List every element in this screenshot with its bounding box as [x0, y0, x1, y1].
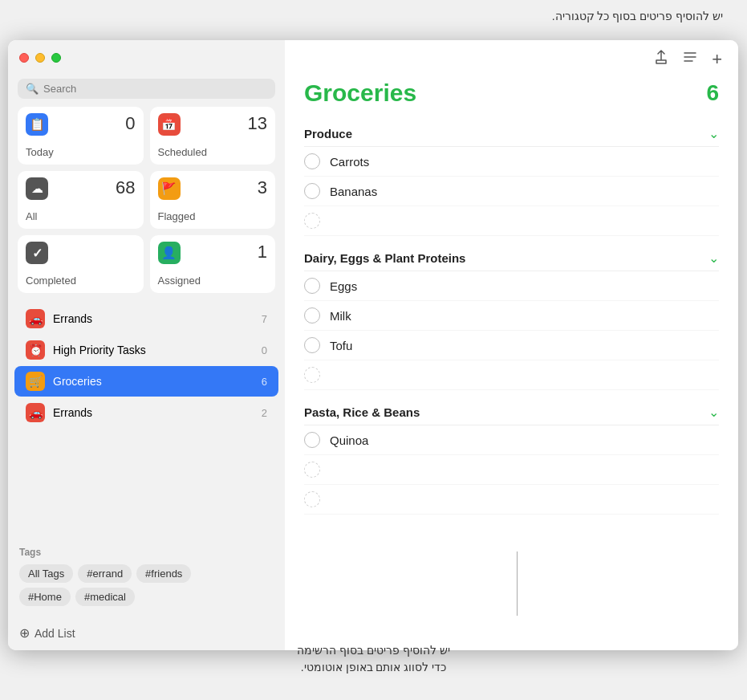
smart-card-completed[interactable]: ✓ Completed [18, 235, 144, 293]
tooltip-top: יש להוסיף פריטים בסוף כל קטגוריה. [552, 10, 723, 22]
list-title: Groceries [304, 79, 416, 107]
task-bananas-circle[interactable] [304, 183, 320, 199]
tooltip-bottom: יש להוסיף פריטים בסוף הרשימה כדי לסווג א… [297, 642, 450, 676]
titlebar [8, 40, 285, 75]
errands1-count: 7 [262, 313, 267, 325]
scheduled-count: 13 [248, 113, 267, 134]
task-eggs-circle[interactable] [304, 278, 320, 294]
tag-home[interactable]: #Home [19, 588, 71, 606]
list-title-row: Groceries 6 [304, 79, 719, 107]
search-bar[interactable]: 🔍 [18, 79, 275, 99]
main-toolbar: + [285, 40, 738, 73]
today-count: 0 [125, 113, 135, 134]
category-produce-name: Produce [304, 127, 352, 140]
smart-card-all[interactable]: ☁ 68 All [18, 171, 144, 229]
task-carrots-circle[interactable] [304, 153, 320, 169]
groceries-icon: 🛒 [26, 372, 45, 391]
tags-label: Tags [19, 547, 274, 558]
high-priority-name: High Priority Tasks [53, 344, 254, 356]
add-list-label: Add List [35, 627, 75, 640]
category-dairy: Dairy, Eggs & Plant Proteins ⌄ Eggs Milk… [304, 244, 719, 390]
dairy-chevron: ⌄ [708, 250, 719, 266]
tooltip-bottom-line1: יש להוסיף פריטים בסוף הרשימה [297, 642, 450, 659]
produce-chevron: ⌄ [708, 126, 719, 141]
list-options-button[interactable] [681, 48, 699, 70]
high-priority-icon: ⏰ [26, 340, 45, 360]
assigned-label: Assigned [158, 275, 268, 287]
main-body: Groceries 6 Produce ⌄ Carrots Bananas [285, 73, 738, 650]
smart-card-scheduled[interactable]: 📅 13 Scheduled [150, 107, 276, 165]
scroll-indicator-line [517, 551, 518, 616]
minimize-button[interactable] [35, 53, 45, 63]
category-dairy-header[interactable]: Dairy, Eggs & Plant Proteins ⌄ [304, 244, 719, 271]
flagged-count: 3 [258, 177, 267, 198]
task-bananas: Bananas [304, 177, 719, 206]
task-tofu-name: Tofu [330, 339, 352, 352]
task-produce-empty [304, 206, 719, 236]
tags-section: Tags All Tags #errand #friends #Home #me… [8, 540, 285, 619]
task-carrots: Carrots [304, 147, 719, 177]
errands1-name: Errands [53, 312, 254, 325]
tooltip-bottom-line2: כדי לסווג אותם באופן אוטומטי. [297, 659, 450, 676]
tag-all-tags[interactable]: All Tags [19, 564, 73, 583]
app-window: 🔍 📋 0 Today 📅 13 Scheduled [8, 40, 738, 650]
task-tofu: Tofu [304, 331, 719, 360]
category-produce-header[interactable]: Produce ⌄ [304, 120, 719, 147]
lists-section: 🚗 Errands 7 ⏰ High Priority Tasks 0 🛒 Gr… [8, 299, 285, 540]
category-pasta-name: Pasta, Rice & Beans [304, 405, 420, 419]
add-list-button[interactable]: ⊕ Add List [8, 619, 285, 650]
sidebar-item-groceries[interactable]: 🛒 Groceries 6 [14, 366, 278, 397]
category-pasta-header[interactable]: Pasta, Rice & Beans ⌄ [304, 398, 719, 425]
task-produce-empty-circle[interactable] [304, 213, 320, 229]
task-pasta-empty1-circle[interactable] [304, 462, 320, 478]
close-button[interactable] [19, 53, 29, 63]
search-icon: 🔍 [26, 83, 39, 95]
errands2-count: 2 [262, 407, 267, 419]
assigned-icon: 👤 [158, 242, 181, 264]
category-pasta: Pasta, Rice & Beans ⌄ Quinoa [304, 398, 719, 515]
sidebar-item-errands2[interactable]: 🚗 Errands 2 [14, 397, 278, 428]
tag-medical[interactable]: #medical [75, 588, 135, 606]
pasta-chevron: ⌄ [708, 405, 719, 420]
flagged-icon: 🚩 [158, 177, 181, 200]
task-pasta-empty2-circle[interactable] [304, 491, 320, 507]
task-dairy-empty [304, 360, 719, 390]
share-button[interactable] [652, 48, 670, 70]
task-milk-circle[interactable] [304, 307, 320, 324]
task-milk: Milk [304, 301, 719, 331]
all-label: All [26, 210, 136, 222]
task-milk-name: Milk [330, 309, 351, 323]
task-carrots-name: Carrots [330, 155, 369, 169]
task-pasta-empty2 [304, 485, 719, 515]
tags-row-1: All Tags #errand #friends [19, 564, 274, 583]
all-icon: ☁ [26, 177, 48, 200]
sidebar-item-high-priority[interactable]: ⏰ High Priority Tasks 0 [14, 335, 278, 365]
groceries-count: 6 [262, 376, 267, 388]
search-input[interactable] [43, 83, 267, 95]
task-quinoa-circle[interactable] [304, 432, 320, 448]
main-content: + Groceries 6 Produce ⌄ Carrots [285, 40, 738, 650]
smart-card-flagged[interactable]: 🚩 3 Flagged [150, 171, 276, 229]
list-count: 6 [706, 80, 719, 106]
scheduled-label: Scheduled [158, 146, 268, 158]
tag-friends[interactable]: #friends [136, 564, 191, 583]
today-label: Today [26, 146, 136, 158]
scheduled-icon: 📅 [158, 113, 181, 136]
smart-card-today[interactable]: 📋 0 Today [18, 107, 144, 165]
task-quinoa-name: Quinoa [330, 433, 368, 447]
category-dairy-name: Dairy, Eggs & Plant Proteins [304, 251, 465, 265]
task-tofu-circle[interactable] [304, 337, 320, 353]
tag-errand[interactable]: #errand [78, 564, 132, 583]
sidebar-item-errands1[interactable]: 🚗 Errands 7 [14, 303, 278, 334]
completed-label: Completed [26, 275, 136, 287]
fullscreen-button[interactable] [51, 53, 61, 63]
high-priority-count: 0 [262, 344, 267, 356]
task-dairy-empty-circle[interactable] [304, 367, 320, 383]
errands2-icon: 🚗 [26, 403, 45, 422]
sidebar: 🔍 📋 0 Today 📅 13 Scheduled [8, 40, 285, 650]
add-item-button[interactable]: + [710, 49, 724, 70]
assigned-count: 1 [258, 242, 267, 262]
errands2-name: Errands [53, 406, 254, 419]
smart-card-assigned[interactable]: 👤 1 Assigned [150, 235, 276, 293]
category-produce: Produce ⌄ Carrots Bananas [304, 120, 719, 236]
